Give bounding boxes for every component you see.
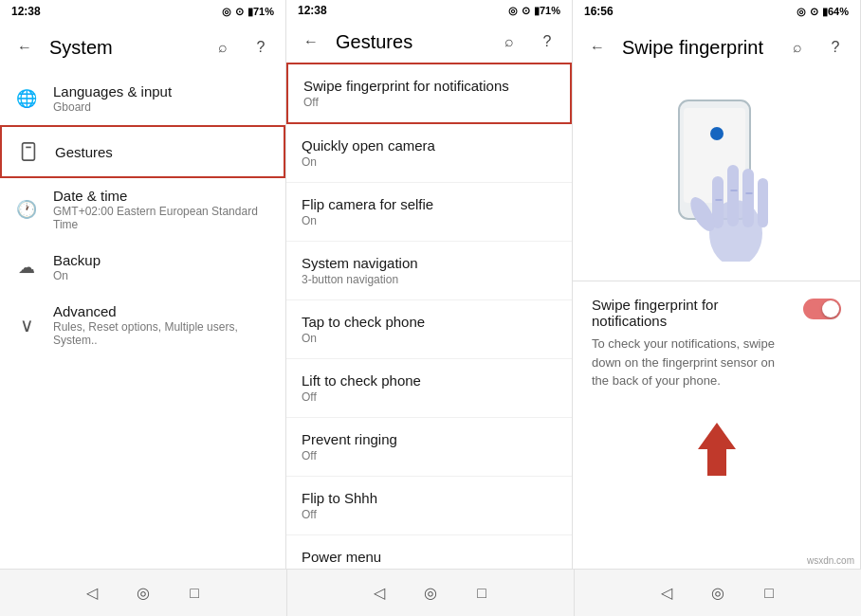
help-button-system[interactable]: ? — [247, 34, 274, 61]
search-button-system[interactable]: ⌕ — [210, 34, 236, 61]
languages-icon: 🌐 — [15, 87, 38, 110]
gestures-icon — [17, 140, 40, 163]
back-button-system[interactable]: ← — [11, 34, 38, 61]
status-icons-system: ◎ ⊙ ▮71% — [222, 6, 274, 18]
backup-sublabel: On — [53, 269, 101, 282]
battery-icon-d: ▮64% — [822, 6, 849, 18]
menu-item-languages[interactable]: 🌐 Languages & input Gboard — [0, 72, 285, 125]
open-camera-value: On — [302, 155, 557, 169]
lift-check-value: Off — [302, 390, 557, 404]
help-button-detail[interactable]: ? — [822, 34, 849, 61]
signal-icon-g: ◎ — [508, 5, 518, 17]
gesture-tap-check[interactable]: Tap to check phone On — [286, 300, 572, 359]
signal-icon: ◎ — [222, 6, 231, 18]
status-icons-detail: ◎ ⊙ ▮64% — [797, 6, 849, 18]
gestures-label: Gestures — [55, 144, 113, 160]
search-button-gestures[interactable]: ⌕ — [496, 28, 522, 55]
back-button-detail[interactable]: ← — [584, 34, 611, 61]
advanced-sublabel: Rules, Reset options, Multiple users, Sy… — [53, 320, 270, 347]
gesture-flip-shhh[interactable]: Flip to Shhh Off — [286, 477, 572, 535]
gesture-lift-check[interactable]: Lift to check phone Off — [286, 359, 572, 418]
open-camera-label: Quickly open camera — [302, 137, 557, 154]
system-nav-label: System navigation — [302, 255, 557, 271]
status-bar-gestures: 12:38 ◎ ⊙ ▮71% — [286, 0, 572, 21]
battery-icon-g: ▮71% — [534, 5, 560, 17]
flip-shhh-value: Off — [302, 508, 557, 521]
swipe-fingerprint-label: Swipe fingerprint for notifications — [303, 78, 555, 94]
help-button-gestures[interactable]: ? — [534, 28, 560, 55]
recents-nav-button-1[interactable]: □ — [183, 582, 206, 605]
detail-title: Swipe fingerprint — [622, 37, 773, 59]
wifi-icon-g: ⊙ — [522, 5, 530, 17]
swipe-fingerprint-value: Off — [303, 96, 555, 109]
status-icons-gestures: ◎ ⊙ ▮71% — [508, 5, 560, 17]
prevent-ringing-label: Prevent ringing — [302, 431, 557, 447]
back-nav-button-2[interactable]: ◁ — [368, 582, 391, 605]
back-nav-button-1[interactable]: ◁ — [81, 582, 103, 605]
gesture-system-nav[interactable]: System navigation 3-button navigation — [286, 242, 572, 300]
datetime-label: Date & time — [53, 188, 270, 204]
status-time-gestures: 12:38 — [298, 4, 327, 17]
gesture-power-menu[interactable]: Power menu Show device controls — [286, 535, 572, 569]
svg-rect-9 — [758, 178, 768, 227]
detail-header: ← Swipe fingerprint ⌕ ? — [573, 23, 860, 72]
home-nav-button-1[interactable]: ◎ — [132, 582, 155, 605]
watermark: wsxdn.com — [804, 554, 857, 567]
gestures-panel: 12:38 ◎ ⊙ ▮71% ← Gestures ⌕ ? Swipe fing… — [286, 0, 573, 569]
tap-check-label: Tap to check phone — [302, 314, 557, 330]
illustration-svg — [622, 91, 812, 262]
detail-text-block: Swipe fingerprint for notifications To c… — [592, 297, 788, 390]
back-nav-button-3[interactable]: ◁ — [655, 582, 678, 605]
languages-label: Languages & input — [53, 83, 172, 100]
flip-camera-value: On — [302, 214, 557, 227]
recents-nav-button-2[interactable]: □ — [470, 582, 493, 605]
lift-check-label: Lift to check phone — [302, 372, 557, 389]
detail-feature-title: Swipe fingerprint for notifications — [592, 297, 788, 329]
status-time-detail: 16:56 — [584, 5, 614, 18]
prevent-ringing-value: Off — [302, 449, 557, 462]
backup-label: Backup — [53, 252, 101, 268]
status-time-system: 12:38 — [11, 5, 41, 18]
gesture-prevent-ringing[interactable]: Prevent ringing Off — [286, 418, 572, 477]
svg-marker-14 — [698, 423, 736, 476]
phone-illustration — [573, 72, 860, 281]
home-nav-button-2[interactable]: ◎ — [419, 582, 442, 605]
system-header: ← System ⌕ ? — [0, 23, 285, 72]
gesture-open-camera[interactable]: Quickly open camera On — [286, 124, 572, 183]
menu-item-advanced[interactable]: ∨ Advanced Rules, Reset options, Multipl… — [0, 294, 285, 356]
svg-point-4 — [710, 127, 724, 140]
system-panel: 12:38 ◎ ⊙ ▮71% ← System ⌕ ? 🌐 Languages … — [0, 0, 286, 569]
upward-arrow-icon — [693, 421, 741, 478]
svg-rect-0 — [23, 143, 35, 160]
flip-shhh-label: Flip to Shhh — [302, 490, 557, 506]
wifi-icon: ⊙ — [235, 6, 244, 18]
detail-feature-desc: To check your notifications, swipe down … — [592, 335, 788, 390]
menu-item-datetime[interactable]: 🕐 Date & time GMT+02:00 Eastern European… — [0, 178, 285, 241]
menu-item-gestures[interactable]: Gestures — [0, 125, 285, 178]
status-bar-system: 12:38 ◎ ⊙ ▮71% — [0, 0, 285, 23]
detail-content-area: Swipe fingerprint for notifications To c… — [573, 281, 860, 406]
gestures-header: ← Gestures ⌕ ? — [286, 21, 572, 63]
flip-camera-label: Flip camera for selfie — [302, 196, 557, 212]
gesture-flip-camera[interactable]: Flip camera for selfie On — [286, 183, 572, 242]
advanced-icon: ∨ — [15, 314, 38, 336]
back-button-gestures[interactable]: ← — [298, 28, 324, 55]
menu-item-backup[interactable]: ☁ Backup On — [0, 241, 285, 294]
gesture-swipe-fingerprint[interactable]: Swipe fingerprint for notifications Off — [286, 63, 572, 124]
status-bar-detail: 16:56 ◎ ⊙ ▮64% — [573, 0, 860, 23]
gestures-title: Gestures — [336, 31, 485, 53]
nav-section-3: ◁ ◎ □ wsxdn.com — [575, 570, 861, 616]
search-button-detail[interactable]: ⌕ — [784, 34, 811, 61]
power-menu-label: Power menu — [302, 549, 557, 565]
languages-sublabel: Gboard — [53, 100, 172, 114]
nav-section-1: ◁ ◎ □ — [0, 570, 287, 616]
system-nav-value: 3-button navigation — [302, 273, 557, 286]
home-nav-button-3[interactable]: ◎ — [706, 582, 729, 605]
wifi-icon-d: ⊙ — [810, 6, 818, 18]
detail-panel: 16:56 ◎ ⊙ ▮64% ← Swipe fingerprint ⌕ ? — [573, 0, 861, 569]
datetime-sublabel: GMT+02:00 Eastern European Standard Time — [53, 205, 270, 231]
swipe-fingerprint-toggle[interactable] — [803, 299, 841, 319]
tap-check-value: On — [302, 332, 557, 345]
backup-icon: ☁ — [15, 256, 38, 279]
recents-nav-button-3[interactable]: □ — [758, 582, 780, 605]
